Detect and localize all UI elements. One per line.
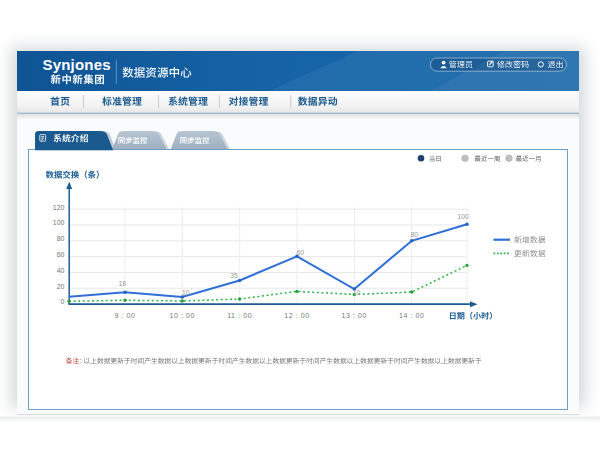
svg-text:80: 80 [411, 231, 419, 238]
svg-text:13 : 00: 13 : 00 [341, 312, 367, 319]
svg-text:14 : 00: 14 : 00 [399, 312, 425, 319]
svg-text:60: 60 [57, 251, 65, 258]
svg-text:10: 10 [182, 289, 190, 296]
svg-text:11 : 00: 11 : 00 [227, 312, 252, 319]
svg-text:18: 18 [119, 280, 127, 287]
svg-text:60: 60 [296, 249, 304, 256]
svg-text:35: 35 [230, 272, 238, 279]
svg-text:100: 100 [457, 213, 469, 220]
svg-text:40: 40 [57, 267, 65, 274]
svg-text:100: 100 [53, 219, 65, 226]
svg-text:Synjones: Synjones [43, 56, 111, 73]
svg-text:10 : 00: 10 : 00 [169, 312, 195, 319]
svg-text:0: 0 [61, 298, 65, 305]
svg-text:120: 120 [53, 204, 65, 211]
svg-text:9 : 00: 9 : 00 [114, 312, 135, 319]
svg-text:20: 20 [57, 283, 65, 290]
svg-text:10: 10 [353, 289, 361, 296]
svg-text:80: 80 [57, 235, 65, 242]
svg-text:12 : 00: 12 : 00 [284, 312, 310, 319]
